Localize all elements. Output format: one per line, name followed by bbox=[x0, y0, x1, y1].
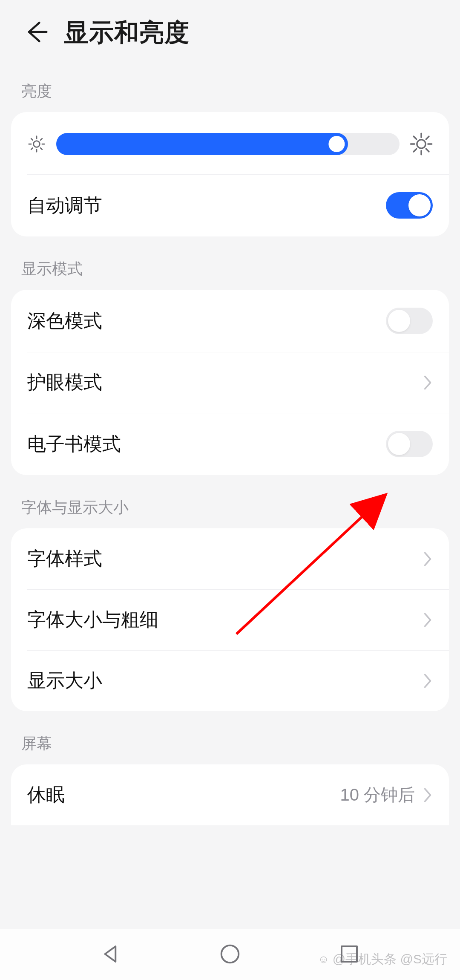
chevron-right-icon bbox=[423, 673, 433, 689]
ebook-mode-toggle[interactable] bbox=[386, 431, 433, 457]
eye-care-label: 护眼模式 bbox=[27, 370, 102, 395]
chevron-right-icon bbox=[423, 551, 433, 567]
svg-line-16 bbox=[414, 149, 417, 152]
sun-bright-icon bbox=[410, 133, 433, 156]
nav-home-button[interactable] bbox=[218, 943, 242, 967]
chevron-right-icon bbox=[423, 787, 433, 803]
svg-line-14 bbox=[414, 136, 417, 139]
dark-mode-toggle[interactable] bbox=[386, 308, 433, 334]
nav-back-button[interactable] bbox=[99, 943, 122, 967]
svg-line-5 bbox=[31, 138, 33, 140]
watermark: ☺ @手机头条 @S远行 bbox=[318, 951, 447, 968]
sleep-value: 10 分钟后 bbox=[340, 783, 415, 807]
auto-brightness-label: 自动调节 bbox=[27, 193, 102, 218]
back-button[interactable] bbox=[24, 20, 49, 46]
sun-dim-icon bbox=[27, 135, 46, 153]
brightness-slider[interactable] bbox=[56, 133, 400, 155]
svg-point-0 bbox=[34, 141, 40, 147]
back-arrow-icon bbox=[24, 20, 49, 44]
display-size-label: 显示大小 bbox=[27, 668, 102, 693]
dark-mode-label: 深色模式 bbox=[27, 308, 102, 334]
ebook-mode-label: 电子书模式 bbox=[27, 432, 121, 457]
sleep-label: 休眠 bbox=[27, 782, 65, 807]
triangle-back-icon bbox=[99, 943, 122, 966]
section-label-brightness: 亮度 bbox=[0, 62, 460, 112]
font-display-card: 字体样式 字体大小与粗细 显示大小 bbox=[11, 528, 449, 711]
auto-brightness-row: 自动调节 bbox=[11, 174, 449, 236]
header: 显示和亮度 bbox=[0, 0, 460, 62]
display-size-row[interactable]: 显示大小 bbox=[11, 650, 449, 711]
section-label-display-mode: 显示模式 bbox=[0, 236, 460, 290]
page-title: 显示和亮度 bbox=[64, 16, 190, 49]
chevron-right-icon bbox=[423, 375, 433, 391]
svg-line-6 bbox=[40, 148, 42, 150]
circle-home-icon bbox=[218, 943, 242, 966]
display-mode-card: 深色模式 护眼模式 电子书模式 bbox=[11, 290, 449, 475]
eye-care-row[interactable]: 护眼模式 bbox=[11, 352, 449, 413]
svg-line-8 bbox=[40, 138, 42, 140]
dark-mode-row[interactable]: 深色模式 bbox=[11, 290, 449, 352]
svg-point-9 bbox=[417, 140, 426, 148]
svg-line-7 bbox=[31, 148, 33, 150]
ebook-mode-row[interactable]: 电子书模式 bbox=[11, 413, 449, 475]
font-style-row[interactable]: 字体样式 bbox=[11, 528, 449, 589]
svg-line-15 bbox=[426, 149, 429, 152]
brightness-slider-row bbox=[11, 112, 449, 174]
auto-brightness-toggle[interactable] bbox=[386, 192, 433, 219]
svg-point-19 bbox=[221, 945, 239, 963]
svg-line-17 bbox=[426, 136, 429, 139]
brightness-card: 自动调节 bbox=[11, 112, 449, 236]
font-size-weight-label: 字体大小与粗细 bbox=[27, 607, 158, 632]
section-label-screen: 屏幕 bbox=[0, 711, 460, 764]
sleep-row[interactable]: 休眠 10 分钟后 bbox=[11, 764, 449, 825]
chevron-right-icon bbox=[423, 612, 433, 628]
section-label-font-display: 字体与显示大小 bbox=[0, 475, 460, 528]
font-size-weight-row[interactable]: 字体大小与粗细 bbox=[11, 589, 449, 650]
font-style-label: 字体样式 bbox=[27, 546, 102, 571]
screen-card: 休眠 10 分钟后 bbox=[11, 764, 449, 825]
